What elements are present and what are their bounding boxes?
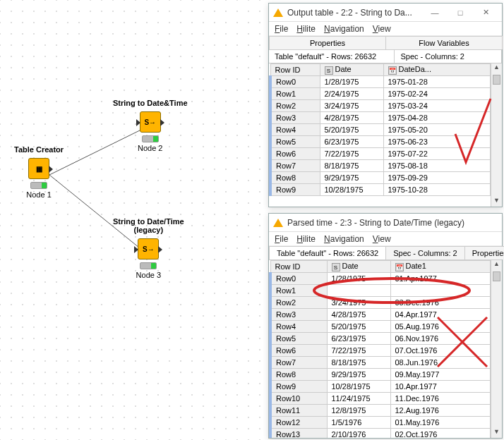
table-row[interactable]: Row45/20/19751975-05-20: [270, 124, 491, 136]
data-table[interactable]: Row ID SDate 📅DateDa... Row01/28/1975197…: [269, 63, 491, 196]
row-id-cell: Row7: [270, 357, 327, 369]
maximize-button[interactable]: □: [448, 6, 472, 20]
row-id-cell: Row1: [270, 88, 320, 100]
cell-date2: 1975-01-28: [383, 76, 491, 88]
node-label: String to Date&Time: [113, 99, 188, 107]
cell-date: 5/20/1975: [320, 124, 383, 136]
cell-date: 6/23/1975: [320, 136, 383, 148]
cell-date2: 06.Nov.1976: [390, 333, 491, 345]
node-string-to-datetime-legacy[interactable]: String to Date/Time (legacy) S→ Node 3: [113, 217, 184, 279]
cell-date: 2/10/1976: [327, 429, 390, 439]
col-date[interactable]: SDate: [327, 261, 390, 273]
table-row[interactable]: Row01/28/19751975-01-28: [270, 76, 491, 88]
cell-date: 9/29/1975: [320, 172, 383, 184]
menu-file[interactable]: File: [275, 24, 288, 34]
row-id-cell: Row6: [270, 148, 320, 160]
tab-table[interactable]: Table "default" - Rows: 26632: [269, 246, 386, 259]
tabbar: Table "default" - Rows: 26632 Spec - Col…: [269, 246, 502, 260]
row-id-cell: Row3: [270, 112, 320, 124]
table-row[interactable]: Row45/20/197505.Aug.1976: [270, 321, 491, 333]
date-type-icon: 📅: [395, 263, 404, 271]
data-table[interactable]: Row ID SDate 📅Date1 Row01/28/197501.Apr.…: [269, 260, 491, 438]
table-row[interactable]: Row01/28/197501.Apr.1977: [270, 273, 491, 285]
col-dateda[interactable]: 📅DateDa...: [383, 64, 491, 76]
node-id: Node 1: [14, 190, 64, 199]
menubar: File Hilite Navigation View: [269, 232, 502, 246]
table-row[interactable]: Row34/28/19751975-04-28: [270, 112, 491, 124]
node-status: [140, 262, 157, 269]
table-row[interactable]: Row56/23/197506.Nov.1976: [270, 333, 491, 345]
table-row[interactable]: Row89/29/197509.May.1977: [270, 369, 491, 381]
col-date1[interactable]: 📅Date1: [390, 261, 491, 273]
cell-date: 10/28/1975: [327, 381, 390, 393]
node-status: [30, 182, 47, 189]
menu-navigation[interactable]: Navigation: [324, 234, 364, 244]
table-row[interactable]: Row23/24/197503.Dec.1976: [270, 297, 491, 309]
table-row[interactable]: Row78/18/19751975-08-18: [270, 160, 491, 172]
vertical-scrollbar[interactable]: ▲ ▼: [491, 63, 502, 207]
titlebar[interactable]: Parsed time - 2:3 - String to Date/Time …: [269, 214, 502, 232]
table-row[interactable]: Row121/5/197601.May.1976: [270, 417, 491, 429]
table-row[interactable]: Row78/18/197508.Jun.1976: [270, 357, 491, 369]
cell-date: 3/24/1975: [327, 297, 390, 309]
col-rowid[interactable]: Row ID: [270, 261, 327, 273]
table-row[interactable]: Row1112/8/197512.Aug.1976: [270, 405, 491, 417]
menu-view[interactable]: View: [373, 24, 391, 34]
node-icon: S→: [140, 111, 161, 133]
table-row[interactable]: Row1: [270, 285, 491, 297]
tabbar-top: Properties Flow Variables: [269, 36, 502, 50]
cell-date: 7/22/1975: [327, 345, 390, 357]
col-rowid[interactable]: Row ID: [270, 64, 320, 76]
table-row[interactable]: Row910/28/19751975-10-28: [270, 184, 491, 196]
table-row[interactable]: Row34/28/197504.Apr.1977: [270, 309, 491, 321]
cell-date: 7/22/1975: [320, 148, 383, 160]
spec-info: Spec - Columns: 2: [395, 50, 502, 63]
cell-date: 1/5/1976: [327, 417, 390, 429]
row-id-cell: Row2: [270, 297, 327, 309]
close-button[interactable]: ✕: [474, 6, 498, 20]
workflow-canvas[interactable]: Table Creator ▦ Node 1 String to Date&Ti…: [0, 0, 268, 440]
node-string-to-datetime[interactable]: String to Date&Time S→ Node 2: [113, 99, 188, 152]
date-type-icon: 📅: [388, 66, 397, 75]
menu-navigation[interactable]: Navigation: [324, 24, 364, 34]
tab-spec[interactable]: Spec - Columns: 2: [385, 246, 464, 259]
menu-hilite[interactable]: Hilite: [296, 234, 316, 244]
row-id-cell: Row3: [270, 309, 327, 321]
table-row[interactable]: Row67/22/19751975-07-22: [270, 148, 491, 160]
cell-date2: [390, 285, 491, 297]
menu-view[interactable]: View: [373, 234, 391, 244]
cell-date: [327, 285, 390, 297]
node-icon: S→: [138, 238, 159, 259]
menu-hilite[interactable]: Hilite: [296, 24, 316, 34]
vertical-scrollbar[interactable]: ▲ ▼: [491, 260, 502, 438]
node-icon: ▦: [28, 158, 49, 179]
table-row[interactable]: Row132/10/197602.Oct.1976: [270, 429, 491, 439]
cell-date: 12/8/1975: [327, 405, 390, 417]
cell-date2: 05.Aug.1976: [390, 321, 491, 333]
table-row[interactable]: Row56/23/19751975-06-23: [270, 136, 491, 148]
minimize-button[interactable]: —: [423, 6, 447, 20]
table-row[interactable]: Row23/24/19751975-03-24: [270, 100, 491, 112]
cell-date2: 1975-10-28: [383, 184, 491, 196]
tab-properties[interactable]: Properties: [269, 36, 386, 49]
cell-date2: 1975-06-23: [383, 136, 491, 148]
tab-properties[interactable]: Properties: [464, 246, 504, 259]
node-table-creator[interactable]: Table Creator ▦ Node 1: [14, 145, 64, 199]
table-row[interactable]: Row12/24/19751975-02-24: [270, 88, 491, 100]
row-id-cell: Row7: [270, 160, 320, 172]
cell-date2: 1975-07-22: [383, 148, 491, 160]
cell-date: 2/24/1975: [320, 88, 383, 100]
window-parsed-time: Parsed time - 2:3 - String to Date/Time …: [268, 213, 503, 439]
row-id-cell: Row12: [270, 417, 327, 429]
table-row[interactable]: Row89/29/19751975-09-29: [270, 172, 491, 184]
titlebar[interactable]: Output table - 2:2 - String to Da... — □…: [269, 4, 502, 22]
cell-date: 9/29/1975: [327, 369, 390, 381]
cell-date2: 03.Dec.1976: [390, 297, 491, 309]
cell-date: 1/28/1975: [320, 76, 383, 88]
table-row[interactable]: Row910/28/197510.Apr.1977: [270, 381, 491, 393]
menu-file[interactable]: File: [275, 234, 288, 244]
tab-flow-variables[interactable]: Flow Variables: [385, 36, 503, 49]
table-row[interactable]: Row67/22/197507.Oct.1976: [270, 345, 491, 357]
col-date[interactable]: SDate: [320, 64, 383, 76]
table-row[interactable]: Row1011/24/197511.Dec.1976: [270, 393, 491, 405]
